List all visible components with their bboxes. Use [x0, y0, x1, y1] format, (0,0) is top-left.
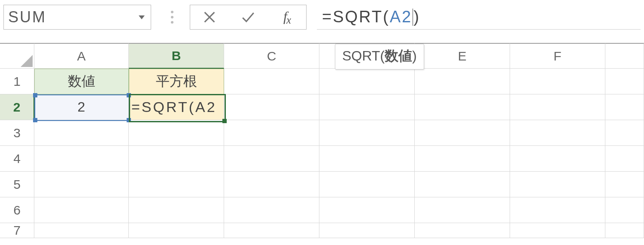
select-all-corner[interactable]	[0, 43, 34, 69]
col-header-F[interactable]: F	[510, 43, 605, 69]
row-header-7[interactable]: 7	[0, 223, 34, 238]
row-header-4[interactable]: 4	[0, 146, 34, 172]
name-box-value: SUM	[8, 8, 46, 26]
cell-C1[interactable]	[224, 69, 319, 94]
cell-F6[interactable]	[510, 197, 605, 223]
cell-A7[interactable]	[34, 223, 129, 238]
cell-D1[interactable]	[319, 69, 415, 94]
col-header-C[interactable]: C	[224, 43, 319, 69]
cell-E2[interactable]	[415, 94, 510, 120]
cell-E3[interactable]	[415, 120, 510, 146]
x-icon	[202, 10, 217, 24]
row-header-3[interactable]: 3	[0, 120, 34, 146]
cell-B4[interactable]	[129, 146, 224, 172]
cell-D7[interactable]	[319, 223, 415, 238]
cell-G3[interactable]	[605, 120, 644, 146]
cell-F7[interactable]	[510, 223, 605, 238]
col-header-extra[interactable]	[605, 43, 644, 69]
cell-E5[interactable]	[415, 172, 510, 197]
formula-bar: SUM fx =SQRT(A2)	[0, 0, 644, 33]
function-tooltip[interactable]: SQRT(数値)	[335, 44, 424, 70]
cell-C4[interactable]	[224, 146, 319, 172]
cell-B2[interactable]: =SQRT(A2	[129, 94, 224, 120]
col-header-A[interactable]: A	[34, 43, 129, 69]
col-header-B[interactable]: B	[129, 43, 224, 69]
cell-A1[interactable]: 数値	[34, 69, 129, 94]
cell-C2[interactable]	[224, 94, 319, 120]
cell-E6[interactable]	[415, 197, 510, 223]
cell-D3[interactable]	[319, 120, 415, 146]
cell-A4[interactable]	[34, 146, 129, 172]
formula-text-suffix: )	[413, 8, 420, 26]
cell-G1[interactable]	[605, 69, 644, 94]
row-header-2[interactable]: 2	[0, 94, 34, 120]
cell-A6[interactable]	[34, 197, 129, 223]
row-header-1[interactable]: 1	[0, 69, 34, 94]
cell-D6[interactable]	[319, 197, 415, 223]
cancel-button[interactable]	[190, 5, 229, 29]
tooltip-close: )	[412, 48, 417, 64]
cell-A3[interactable]	[34, 120, 129, 146]
cell-D2[interactable]	[319, 94, 415, 120]
cell-F5[interactable]	[510, 172, 605, 197]
cell-D4[interactable]	[319, 146, 415, 172]
enter-button[interactable]	[229, 5, 267, 29]
cell-E4[interactable]	[415, 146, 510, 172]
cell-B3[interactable]	[129, 120, 224, 146]
formula-input[interactable]: =SQRT(A2)	[317, 5, 641, 30]
formula-buttons: fx	[190, 5, 307, 30]
text-caret	[413, 9, 413, 26]
cell-G6[interactable]	[605, 197, 644, 223]
cell-F2[interactable]	[510, 94, 605, 120]
cell-B6[interactable]	[129, 197, 224, 223]
tooltip-arg: 数値	[385, 47, 412, 66]
cell-A5[interactable]	[34, 172, 129, 197]
chevron-down-icon[interactable]	[139, 15, 145, 19]
cell-F4[interactable]	[510, 146, 605, 172]
fx-icon: fx	[283, 9, 290, 26]
drag-handle-icon[interactable]	[164, 11, 180, 24]
name-box[interactable]: SUM	[3, 5, 151, 30]
cell-B5[interactable]	[129, 172, 224, 197]
cell-E1[interactable]	[415, 69, 510, 94]
cell-G4[interactable]	[605, 146, 644, 172]
cell-A2[interactable]: 2	[34, 94, 129, 120]
cell-B7[interactable]	[129, 223, 224, 238]
spreadsheet-grid[interactable]: A B C D E F 1 数値 平方根 2 2 =SQRT(A2 3 4 5 …	[0, 43, 644, 245]
cell-G5[interactable]	[605, 172, 644, 197]
cell-F1[interactable]	[510, 69, 605, 94]
formula-text-prefix: =SQRT(	[322, 8, 390, 26]
insert-function-button[interactable]: fx	[267, 5, 306, 29]
cell-C7[interactable]	[224, 223, 319, 238]
cell-G2[interactable]	[605, 94, 644, 120]
cell-B1[interactable]: 平方根	[129, 69, 224, 94]
cell-F3[interactable]	[510, 120, 605, 146]
check-icon	[241, 10, 255, 24]
cell-G7[interactable]	[605, 223, 644, 238]
row-header-5[interactable]: 5	[0, 172, 34, 197]
cell-C3[interactable]	[224, 120, 319, 146]
cell-C5[interactable]	[224, 172, 319, 197]
cell-E7[interactable]	[415, 223, 510, 238]
tooltip-fn: SQRT(	[342, 48, 385, 64]
formula-ref: A2	[390, 8, 412, 26]
cell-C6[interactable]	[224, 197, 319, 223]
col-header-E[interactable]: E	[415, 43, 510, 69]
cell-D5[interactable]	[319, 172, 415, 197]
row-header-6[interactable]: 6	[0, 197, 34, 223]
